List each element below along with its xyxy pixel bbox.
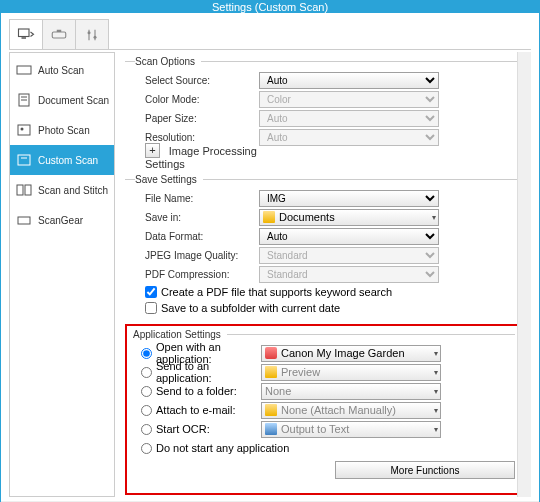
send-to-app-dropdown[interactable]: Preview ▾	[261, 364, 441, 381]
chevron-down-icon: ▾	[432, 213, 436, 222]
svg-rect-12	[18, 125, 30, 135]
select-source-dropdown[interactable]: Auto	[259, 72, 439, 89]
sidebar-item-label: Custom Scan	[38, 155, 98, 166]
save-in-value: Documents	[279, 211, 335, 223]
application-settings-group: Application Settings Open with an applic…	[133, 329, 515, 485]
document-scan-icon	[16, 93, 32, 107]
chevron-down-icon: ▾	[434, 349, 438, 358]
svg-rect-0	[19, 29, 30, 37]
svg-point-6	[88, 31, 91, 34]
svg-rect-8	[17, 66, 31, 74]
send-to-app-label: Send to an application:	[156, 360, 261, 384]
chevron-down-icon: ▾	[434, 368, 438, 377]
keyword-search-checkbox[interactable]	[145, 286, 157, 298]
svg-rect-1	[22, 37, 27, 39]
send-to-folder-radio[interactable]	[141, 386, 152, 397]
canon-garden-icon	[265, 347, 277, 359]
settings-window: Settings (Custom Scan) Auto Scan	[0, 0, 540, 502]
paper-size-label: Paper Size:	[135, 113, 259, 124]
sliders-icon	[83, 27, 101, 43]
titlebar: Settings (Custom Scan)	[1, 1, 539, 13]
custom-scan-icon	[16, 153, 32, 167]
pdf-compression-label: PDF Compression:	[135, 269, 259, 280]
send-to-app-radio[interactable]	[141, 367, 152, 378]
sidebar-item-scangear[interactable]: ScanGear	[10, 205, 114, 235]
tab-general-settings[interactable]	[75, 19, 109, 49]
svg-point-7	[94, 35, 97, 38]
file-name-field[interactable]: IMG	[259, 190, 439, 207]
tab-scan-from-panel[interactable]	[42, 19, 76, 49]
svg-rect-14	[18, 155, 30, 165]
start-ocr-dropdown[interactable]: Output to Text ▾	[261, 421, 441, 438]
send-to-folder-value: None	[265, 385, 291, 397]
tab-scan-from-computer[interactable]	[9, 19, 43, 49]
resolution-dropdown: Auto	[259, 129, 439, 146]
open-with-app-value: Canon My Image Garden	[281, 347, 405, 359]
keyword-search-label: Create a PDF file that supports keyword …	[161, 286, 392, 298]
sidebar-item-auto-scan[interactable]: Auto Scan	[10, 55, 114, 85]
output-text-icon	[265, 423, 277, 435]
image-processing-row: + Image Processing Settings	[135, 143, 259, 170]
subfolder-label: Save to a subfolder with current date	[161, 302, 340, 314]
more-functions-button[interactable]: More Functions	[335, 461, 515, 479]
scan-stitch-icon	[16, 183, 32, 197]
open-with-app-radio[interactable]	[141, 348, 152, 359]
save-in-dropdown[interactable]: Documents ▾	[259, 209, 439, 226]
send-to-app-value: Preview	[281, 366, 320, 378]
photo-scan-icon	[16, 123, 32, 137]
chevron-down-icon: ▾	[434, 387, 438, 396]
jpeg-quality-dropdown: Standard	[259, 247, 439, 264]
chevron-down-icon: ▾	[434, 406, 438, 415]
svg-rect-18	[18, 217, 30, 224]
sidebar-item-photo-scan[interactable]: Photo Scan	[10, 115, 114, 145]
attach-email-dropdown[interactable]: None (Attach Manually) ▾	[261, 402, 441, 419]
color-mode-label: Color Mode:	[135, 94, 259, 105]
start-ocr-value: Output to Text	[281, 423, 349, 435]
sidebar-item-scan-stitch[interactable]: Scan and Stitch	[10, 175, 114, 205]
data-format-label: Data Format:	[135, 231, 259, 242]
scangear-icon	[16, 213, 32, 227]
sidebar-item-label: Document Scan	[38, 95, 109, 106]
do-not-start-radio[interactable]	[141, 443, 152, 454]
scrollbar[interactable]	[517, 52, 531, 497]
sidebar-item-label: Photo Scan	[38, 125, 90, 136]
sidebar: Auto Scan Document Scan Photo Scan Custo…	[9, 52, 115, 497]
pdf-compression-dropdown: Standard	[259, 266, 439, 283]
send-to-folder-label: Send to a folder:	[156, 385, 237, 397]
folder-icon	[263, 211, 275, 223]
top-tabs	[9, 19, 531, 50]
main-row: Auto Scan Document Scan Photo Scan Custo…	[9, 52, 531, 497]
svg-point-13	[21, 128, 24, 131]
open-with-app-dropdown[interactable]: Canon My Image Garden ▾	[261, 345, 441, 362]
scanner-icon	[50, 27, 68, 43]
window-title: Settings (Custom Scan)	[212, 1, 328, 13]
subfolder-checkbox[interactable]	[145, 302, 157, 314]
save-settings-legend: Save Settings	[135, 174, 203, 185]
start-ocr-radio[interactable]	[141, 424, 152, 435]
svg-rect-16	[17, 185, 23, 195]
sidebar-item-custom-scan[interactable]: Custom Scan	[10, 145, 114, 175]
email-icon	[265, 404, 277, 416]
attach-email-radio[interactable]	[141, 405, 152, 416]
image-processing-label: Image Processing Settings	[145, 144, 257, 170]
send-to-folder-dropdown[interactable]: None ▾	[261, 383, 441, 400]
svg-rect-2	[52, 32, 66, 38]
data-format-dropdown[interactable]: Auto	[259, 228, 439, 245]
color-mode-dropdown: Color	[259, 91, 439, 108]
expand-image-processing-button[interactable]: +	[145, 143, 160, 158]
sidebar-item-label: ScanGear	[38, 215, 83, 226]
sidebar-item-label: Auto Scan	[38, 65, 84, 76]
attach-email-value: None (Attach Manually)	[281, 404, 396, 416]
attach-email-label: Attach to e-mail:	[156, 404, 235, 416]
file-name-label: File Name:	[135, 193, 259, 204]
content-area: Auto Scan Document Scan Photo Scan Custo…	[1, 13, 539, 501]
sidebar-item-label: Scan and Stitch	[38, 185, 108, 196]
save-in-label: Save in:	[135, 212, 259, 223]
monitor-icon	[17, 27, 35, 43]
do-not-start-label: Do not start any application	[156, 442, 289, 454]
sidebar-item-document-scan[interactable]: Document Scan	[10, 85, 114, 115]
application-settings-highlight: Application Settings Open with an applic…	[125, 324, 523, 495]
paper-size-dropdown: Auto	[259, 110, 439, 127]
select-source-label: Select Source:	[135, 75, 259, 86]
auto-scan-icon	[16, 63, 32, 77]
